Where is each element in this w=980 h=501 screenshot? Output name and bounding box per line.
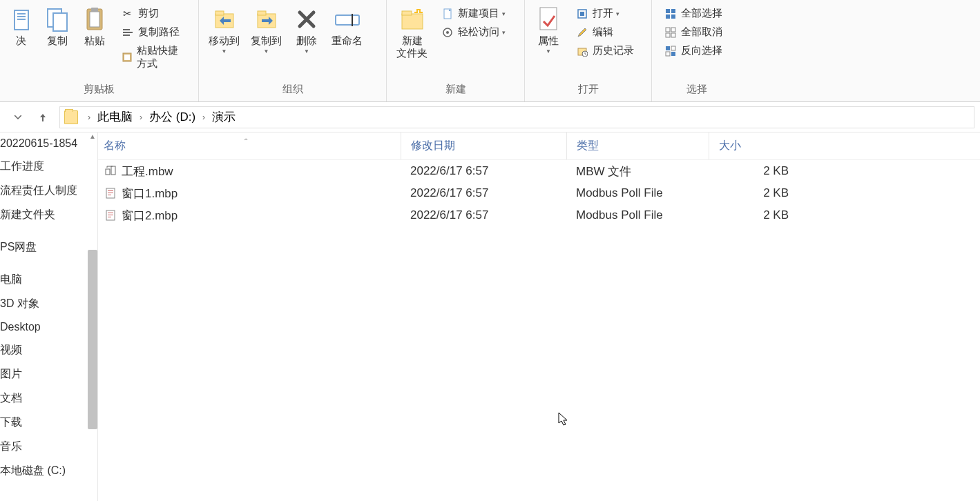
sidebar-item[interactable]: 音乐 — [0, 435, 97, 459]
svg-rect-13 — [124, 55, 130, 60]
svg-rect-39 — [671, 46, 675, 50]
sidebar-scrollbar[interactable]: ▲ — [84, 132, 97, 501]
file-row[interactable]: 窗口2.mbp2022/6/17 6:57Modbus Poll File2 K… — [98, 204, 980, 226]
svg-rect-11 — [123, 35, 130, 36]
new-item-label: 新建项目 — [458, 7, 499, 20]
sort-indicator-icon: ⌃ — [243, 137, 249, 145]
column-header-type[interactable]: 类型 — [566, 132, 709, 159]
scrollbar-thumb[interactable] — [88, 250, 97, 429]
svg-rect-8 — [91, 8, 98, 12]
file-type: MBW 文件 — [566, 164, 709, 179]
file-row[interactable]: 工程.mbw2022/6/17 6:57MBW 文件2 KB — [98, 160, 980, 182]
folder-icon — [64, 110, 78, 124]
sidebar-item[interactable]: 3D 对象 — [0, 292, 97, 316]
dropdown-arrow-icon: ▼ — [264, 48, 269, 55]
sidebar-item[interactable]: 20220615-1854 — [0, 132, 97, 155]
invert-selection-button[interactable]: 反向选择 — [659, 41, 728, 60]
select-all-button[interactable]: 全部选择 — [659, 4, 728, 23]
svg-rect-34 — [666, 28, 670, 32]
easy-access-icon — [441, 26, 454, 39]
history-button[interactable]: 历史记录 — [570, 41, 640, 60]
invert-label: 反向选择 — [681, 44, 722, 57]
file-date: 2022/6/17 6:57 — [401, 164, 566, 178]
nav-up-button[interactable] — [33, 108, 52, 127]
copy-button[interactable]: 复制 — [39, 3, 76, 50]
history-icon — [576, 45, 588, 57]
open-icon — [576, 8, 588, 20]
svg-rect-5 — [53, 13, 67, 31]
sidebar-item[interactable]: 本地磁盘 (C:) — [0, 459, 97, 483]
sidebar-item[interactable]: 文档 — [0, 386, 97, 411]
easy-access-button[interactable]: 轻松访问 ▾ — [436, 23, 511, 41]
delete-label: 删除 — [296, 35, 317, 47]
pin-label: 决 — [16, 35, 26, 47]
move-to-button[interactable]: 移动到 ▼ — [203, 3, 245, 57]
column-header-date[interactable]: 修改日期 — [401, 132, 566, 159]
new-item-icon — [441, 8, 454, 20]
svg-rect-42 — [106, 169, 110, 175]
svg-rect-2 — [17, 16, 26, 17]
svg-rect-46 — [108, 193, 113, 193]
delete-button[interactable]: 删除 ▼ — [287, 3, 326, 57]
delete-icon — [293, 6, 320, 33]
new-folder-button[interactable]: 新建 文件夹 — [391, 3, 433, 62]
properties-button[interactable]: 属性 ▼ — [529, 3, 568, 57]
copy-label: 复制 — [47, 35, 68, 47]
cut-button[interactable]: ✂ 剪切 — [116, 4, 191, 23]
scissors-icon: ✂ — [122, 8, 134, 20]
clipboard-group-label: 剪贴板 — [0, 80, 198, 101]
breadcrumb-item[interactable]: 演示 — [211, 108, 237, 126]
file-row[interactable]: 窗口1.mbp2022/6/17 6:57Modbus Poll File2 K… — [98, 182, 980, 204]
column-header-size[interactable]: 大小 — [709, 132, 798, 159]
sidebar-item[interactable]: 电脑 — [0, 268, 97, 292]
file-date: 2022/6/17 6:57 — [401, 186, 566, 200]
breadcrumb-item[interactable]: 办公 (D:) — [148, 108, 197, 126]
edit-button[interactable]: 编辑 — [570, 23, 640, 41]
file-size: 2 KB — [709, 186, 798, 200]
svg-rect-33 — [671, 14, 675, 19]
svg-rect-10 — [123, 29, 130, 30]
dropdown-arrow-icon: ▼ — [546, 48, 551, 55]
svg-rect-25 — [540, 8, 557, 30]
breadcrumb-item[interactable]: 此电脑 — [96, 108, 134, 126]
sidebar-item[interactable]: 图片 — [0, 362, 97, 386]
pin-button[interactable]: 决 — [4, 3, 39, 50]
file-name: 窗口1.mbp — [122, 186, 177, 202]
pin-icon — [8, 6, 35, 33]
rename-button[interactable]: 重命名 — [326, 3, 368, 50]
file-type: Modbus Poll File — [566, 186, 709, 200]
file-size: 2 KB — [709, 208, 798, 222]
sidebar-item[interactable]: 新建文件夹 — [0, 203, 97, 227]
svg-rect-3 — [17, 19, 26, 20]
sidebar-item[interactable]: 工作进度 — [0, 155, 97, 179]
ribbon-group-organize: 移动到 ▼ 复制到 ▼ 删除 ▼ 重命名 — [199, 0, 387, 101]
breadcrumb[interactable]: › 此电脑 › 办公 (D:) › 演示 — [59, 106, 974, 128]
sidebar-item[interactable]: Desktop — [0, 316, 97, 338]
svg-rect-20 — [402, 14, 423, 29]
address-bar: › 此电脑 › 办公 (D:) › 演示 — [0, 102, 980, 132]
select-group-label: 选择 — [652, 80, 742, 101]
ribbon-group-select: 全部选择 全部取消 反向选择 选择 — [652, 0, 742, 101]
svg-rect-38 — [666, 46, 670, 50]
column-header-name[interactable]: 名称 ⌃ — [98, 139, 401, 153]
copy-to-button[interactable]: 复制到 ▼ — [245, 3, 287, 57]
svg-rect-21 — [402, 11, 412, 15]
select-none-label: 全部取消 — [681, 26, 722, 39]
sidebar-item[interactable]: 下载 — [0, 411, 97, 435]
paste-button[interactable]: 粘贴 — [76, 3, 113, 50]
nav-dropdown[interactable] — [8, 108, 28, 127]
svg-rect-30 — [666, 9, 670, 13]
sidebar-item[interactable]: 视频 — [0, 338, 97, 362]
new-item-button[interactable]: 新建项目 ▾ — [436, 4, 511, 23]
svg-rect-15 — [215, 11, 224, 15]
properties-icon — [535, 6, 562, 33]
paste-shortcut-button[interactable]: 粘贴快捷方式 — [116, 41, 191, 73]
move-label: 移动到 — [209, 35, 240, 47]
open-group-label: 打开 — [525, 80, 651, 101]
sidebar-item[interactable]: 流程责任人制度 — [0, 179, 97, 203]
svg-point-24 — [446, 31, 449, 34]
select-none-button[interactable]: 全部取消 — [659, 23, 728, 41]
copy-path-button[interactable]: 复制路径 — [116, 23, 191, 41]
sidebar-item[interactable]: PS网盘 — [0, 235, 97, 259]
open-button[interactable]: 打开 ▾ — [570, 4, 640, 23]
